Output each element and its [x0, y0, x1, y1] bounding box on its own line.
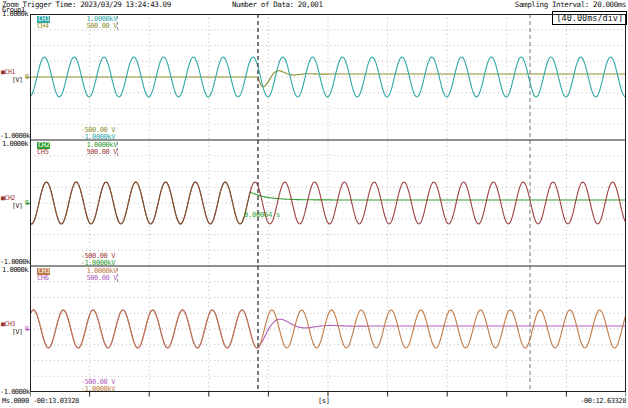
panel1-zero-tick — [26, 77, 30, 78]
ch5-trace — [30, 182, 626, 224]
scope-viewer-window: Zoom Trigger Time: 2023/03/29 13:24:43.0… — [0, 0, 628, 408]
number-of-data-label: Number of Data: — [232, 0, 294, 9]
channel-scale-value: 500.00 V — [86, 149, 117, 156]
channel-name: CH5 — [37, 149, 48, 156]
panel2-bottom-scale-ch2: -1.0000kV — [0, 260, 115, 267]
sampling-interval: Sampling Interval: 20.000ms — [515, 1, 626, 9]
channel-name: CH6 — [37, 275, 48, 282]
trigger-time: Zoom Trigger Time: 2023/03/29 13:24:43.0… — [2, 1, 171, 9]
panel3-zero-tick — [26, 329, 30, 330]
panel2-legend: CH2 1.0000kV CH5 500.00 V — [37, 142, 118, 156]
time-axis-end: -00:12.63328 — [580, 398, 626, 405]
time-axis-unit: [s] — [318, 398, 329, 405]
panel1-legend: CH1 1.0000kV CH4 500.00 V — [37, 16, 118, 30]
channel-scale-value: 500.00 V — [86, 275, 117, 282]
panel3-bottom-scale-ch3: -1.0000kV — [0, 386, 115, 393]
waveform-plot — [30, 14, 626, 397]
channel-name: CH4 — [37, 23, 48, 30]
panel3-legend: CH3 1.0000kV CH6 500.00 V — [37, 268, 118, 282]
axis-scale-pos-2: 1.0000k — [0, 267, 28, 274]
sampling-interval-label: Sampling Interval: — [515, 0, 589, 9]
legend-row: CH6 500.00 V — [37, 275, 117, 282]
axis-scale-top: 1.0000k — [0, 11, 28, 18]
ch2-trace — [30, 182, 626, 224]
sampling-interval-value: 20.000ms — [593, 0, 626, 9]
time-axis-corner: Ms.0000 — [2, 398, 29, 405]
measurement-annotation: 0.00064 s — [244, 212, 280, 219]
number-of-data-value: 20,001 — [298, 0, 323, 9]
legend-row: CH4 500.00 V — [37, 23, 117, 30]
panel1-bottom-scale-ch1: -1.0000kV — [0, 134, 115, 141]
trigger-time-value: 2023/03/29 13:24:43.09 — [80, 0, 171, 9]
axis-scale-pos-1: 1.0000k — [0, 141, 28, 148]
number-of-data: Number of Data: 20,001 — [232, 1, 323, 9]
channel-scale-value: 500.00 V — [86, 23, 117, 30]
panel2-zero-tick — [26, 203, 30, 204]
time-axis-start: -00:13.03328 — [33, 398, 79, 405]
legend-row: CH5 500.00 V — [37, 149, 117, 156]
